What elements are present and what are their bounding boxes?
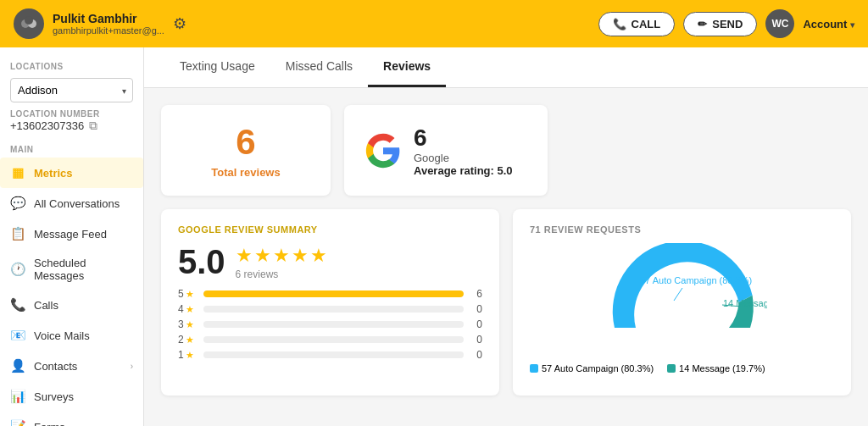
- rating-big: 5.0 ★★★★★ 6 reviews: [178, 243, 482, 281]
- call-button[interactable]: 📞 CALL: [598, 12, 676, 36]
- locations-select[interactable]: Addison: [10, 78, 133, 102]
- rating-number: 5.0: [178, 243, 225, 281]
- pencil-icon: ✏: [698, 18, 707, 30]
- sidebar-item-all-conversations[interactable]: 💬 All Conversations: [0, 188, 143, 219]
- call-label: CALL: [632, 18, 661, 30]
- settings-icon[interactable]: ⚙: [173, 15, 186, 32]
- forms-icon: 📝: [10, 419, 25, 426]
- donut-chart: 57 Auto Campaign (80.3%) 14 Message (19.…: [598, 243, 767, 353]
- calls-icon: 📞: [10, 297, 25, 313]
- rating-row-4: 4★ 0: [178, 303, 482, 315]
- page-body: 6 Total reviews 6 Google A: [144, 88, 868, 426]
- donut-chart-wrap: 57 Auto Campaign (80.3%) 14 Message (19.…: [530, 243, 834, 357]
- sidebar-item-label: All Conversations: [34, 197, 120, 210]
- legend-auto-campaign: 57 Auto Campaign (80.3%): [530, 363, 654, 373]
- auto-campaign-legend-label: 57 Auto Campaign (80.3%): [542, 363, 654, 373]
- auto-campaign-legend-dot: [530, 364, 538, 373]
- sidebar-item-surveys[interactable]: 📊 Surveys: [0, 381, 143, 412]
- app-header: Pulkit Gambhir gambhirpulkit+master@g...…: [0, 0, 868, 47]
- tab-reviews[interactable]: Reviews: [368, 47, 446, 87]
- star-icon: ★: [186, 289, 194, 300]
- donut-legend: 57 Auto Campaign (80.3%) 14 Message (19.…: [530, 363, 834, 373]
- message-legend-label: 14 Message (19.7%): [679, 363, 765, 373]
- google-rating: Average rating: 5.0: [414, 164, 513, 177]
- legend-message: 14 Message (19.7%): [667, 363, 765, 373]
- sidebar: LOCATIONS Addison ▾ LOCATION NUMBER +136…: [0, 47, 144, 426]
- bar-fill: [203, 290, 464, 297]
- rating-row-2: 2★ 0: [178, 334, 482, 346]
- total-reviews-card: 6 Total reviews: [161, 105, 331, 196]
- stars-display: ★★★★★: [236, 245, 329, 267]
- sidebar-item-label: Surveys: [34, 390, 74, 403]
- sidebar-item-contacts[interactable]: 👤 Contacts ›: [0, 351, 143, 381]
- sidebar-item-message-feed[interactable]: 📋 Message Feed: [0, 219, 143, 249]
- rating-row-1: 1★ 0: [178, 349, 482, 361]
- account-menu[interactable]: Account ▾: [803, 18, 854, 30]
- surveys-icon: 📊: [10, 389, 25, 404]
- sidebar-item-label: Scheduled Messages: [34, 257, 133, 282]
- body-wrap: LOCATIONS Addison ▾ LOCATION NUMBER +136…: [0, 47, 868, 426]
- google-summary-label: GOOGLE REVIEW SUMMARY: [178, 224, 482, 235]
- bottom-cards: GOOGLE REVIEW SUMMARY 5.0 ★★★★★ 6 review…: [161, 209, 851, 396]
- message-chart-label: 14 Message (19.7%): [723, 298, 767, 308]
- contacts-icon: 👤: [10, 358, 25, 373]
- avatar: [14, 8, 44, 39]
- account-avatar: WC: [765, 9, 794, 38]
- rating-row-3: 3★ 0: [178, 318, 482, 330]
- google-reviews-card: 6 Google Average rating: 5.0: [344, 105, 548, 196]
- user-email: gambhirpulkit+master@g...: [53, 25, 164, 36]
- header-actions: 📞 CALL ✏ SEND WC Account ▾: [598, 9, 854, 38]
- sidebar-item-label: Calls: [34, 299, 58, 312]
- message-feed-icon: 📋: [10, 226, 25, 241]
- auto-campaign-segment: [612, 243, 752, 328]
- svg-line-3: [674, 288, 682, 301]
- sidebar-item-label: Metrics: [34, 167, 73, 180]
- star-icon: ★: [186, 335, 194, 346]
- locations-section: LOCATIONS Addison ▾: [0, 47, 143, 106]
- phone-icon: 📞: [613, 18, 626, 30]
- rating-row-5: 5★ 6: [178, 288, 482, 300]
- google-logo-icon: [364, 132, 402, 169]
- header-user-section: Pulkit Gambhir gambhirpulkit+master@g...: [14, 8, 164, 39]
- reviews-count: 6 reviews: [236, 268, 329, 280]
- voicemail-icon: 📧: [10, 328, 25, 343]
- star-icon: ★: [186, 319, 194, 330]
- total-reviews-count: 6: [236, 122, 255, 163]
- tabs-bar: Texting Usage Missed Calls Reviews: [144, 47, 868, 88]
- google-source: Google: [414, 152, 513, 164]
- tab-missed-calls[interactable]: Missed Calls: [270, 47, 368, 87]
- sidebar-item-label: Contacts: [34, 360, 77, 373]
- locations-label: LOCATIONS: [10, 62, 64, 71]
- stars-wrap: ★★★★★ 6 reviews: [236, 245, 329, 280]
- review-requests-label: 71 REVIEW REQUESTS: [530, 224, 834, 235]
- locations-select-wrap: Addison ▾: [10, 78, 133, 102]
- main-section-label: MAIN: [0, 138, 143, 158]
- svg-point-2: [25, 16, 33, 25]
- chevron-down-icon: ▾: [850, 20, 854, 30]
- copy-icon[interactable]: ⧉: [89, 119, 97, 133]
- top-cards: 6 Total reviews 6 Google A: [161, 105, 851, 196]
- sidebar-item-voice-mails[interactable]: 📧 Voice Mails: [0, 320, 143, 351]
- user-info: Pulkit Gambhir gambhirpulkit+master@g...: [53, 12, 164, 36]
- sidebar-item-forms[interactable]: 📝 Forms: [0, 412, 143, 426]
- chevron-right-icon: ›: [131, 362, 133, 371]
- auto-campaign-chart-label: 57 Auto Campaign (80.3%): [640, 275, 752, 285]
- rating-bars: 5★ 6 4★ 0 3★: [178, 288, 482, 361]
- metrics-icon: ▦: [10, 165, 25, 180]
- send-label: SEND: [712, 18, 743, 30]
- sidebar-item-calls[interactable]: 📞 Calls: [0, 290, 143, 320]
- location-number-label: LOCATION NUMBER: [10, 109, 133, 119]
- conversations-icon: 💬: [10, 196, 25, 211]
- location-number-value: +13602307336: [10, 119, 84, 132]
- review-requests-card: 71 REVIEW REQUESTS: [513, 209, 851, 396]
- google-summary-card: GOOGLE REVIEW SUMMARY 5.0 ★★★★★ 6 review…: [161, 209, 499, 396]
- main-content: Texting Usage Missed Calls Reviews 6 Tot…: [144, 47, 868, 426]
- sidebar-item-label: Voice Mails: [34, 329, 90, 342]
- tab-texting-usage[interactable]: Texting Usage: [164, 47, 270, 87]
- sidebar-item-label: Message Feed: [34, 228, 107, 241]
- send-button[interactable]: ✏ SEND: [683, 12, 757, 36]
- sidebar-item-metrics[interactable]: ▦ Metrics: [0, 158, 143, 188]
- sidebar-item-label: Forms: [34, 421, 65, 427]
- sidebar-item-scheduled-messages[interactable]: 🕐 Scheduled Messages: [0, 249, 143, 290]
- google-count: 6: [414, 124, 513, 152]
